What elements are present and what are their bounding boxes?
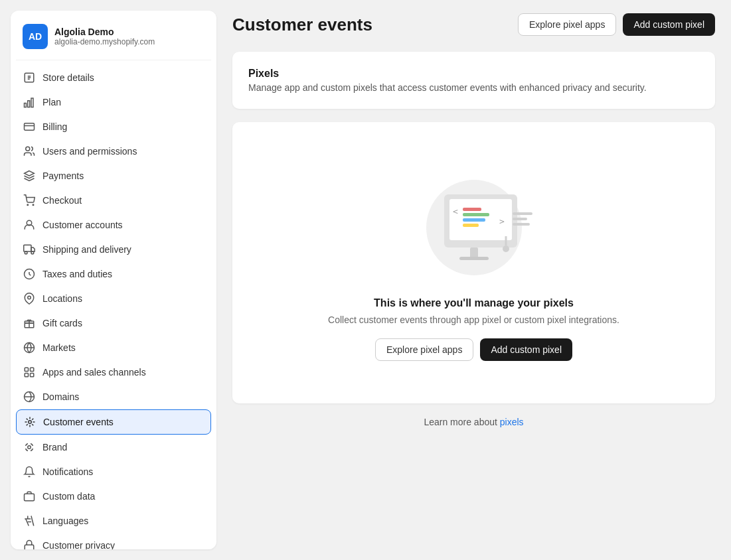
svg-rect-17 (31, 368, 34, 371)
sidebar-item-label: Customer events (43, 417, 114, 427)
empty-state-title: This is where you'll manage your pixels (374, 297, 574, 309)
store-avatar: AD (23, 24, 48, 49)
pixels-section: Pixels Manage app and custom pixels that… (232, 52, 715, 109)
explore-pixel-apps-button[interactable]: Explore pixel apps (518, 13, 616, 36)
sidebar-item-users-permissions[interactable]: Users and permissions (16, 139, 211, 163)
sidebar-item-languages[interactable]: Languages (16, 509, 211, 533)
add-custom-pixel-header-button[interactable]: Add custom pixel (623, 13, 715, 36)
sidebar-item-gift-cards[interactable]: Gift cards (16, 311, 211, 335)
privacy-icon (23, 539, 36, 549)
sidebar-item-taxes-duties[interactable]: Taxes and duties (16, 262, 211, 286)
sidebar-item-label: Apps and sales channels (42, 367, 146, 378)
languages-icon (23, 514, 36, 527)
sidebar-item-label: Shipping and delivery (42, 244, 131, 255)
svg-point-22 (28, 446, 31, 449)
notifications-icon (23, 465, 36, 478)
store-details-icon (23, 71, 36, 84)
sidebar-item-customer-events[interactable]: Customer events (16, 409, 211, 435)
brand-icon (23, 441, 36, 454)
svg-rect-41 (513, 218, 527, 220)
svg-rect-3 (31, 98, 33, 107)
sidebar-item-label: Domains (42, 391, 79, 402)
sidebar-item-checkout[interactable]: Checkout (16, 188, 211, 212)
svg-rect-42 (513, 223, 530, 226)
svg-point-21 (29, 421, 32, 424)
svg-rect-38 (470, 247, 478, 258)
svg-text:<: < (453, 206, 458, 216)
sidebar-item-label: Notifications (42, 466, 93, 477)
store-header[interactable]: AD Algolia Demo algolia-demo.myshopify.c… (16, 19, 211, 60)
pixels-section-desc: Manage app and custom pixels that access… (248, 82, 699, 93)
customer-accounts-icon (23, 218, 36, 232)
svg-point-5 (26, 147, 30, 151)
svg-rect-9 (24, 245, 31, 251)
empty-state-desc: Collect customer events through app pixe… (328, 315, 619, 325)
pixels-illustration: < > (408, 165, 540, 284)
svg-rect-19 (31, 374, 34, 377)
svg-rect-2 (28, 101, 30, 107)
sidebar-item-store-details[interactable]: Store details (16, 66, 211, 90)
sidebar-item-brand[interactable]: Brand (16, 435, 211, 459)
sidebar-item-plan[interactable]: Plan (16, 90, 211, 114)
sidebar-item-label: Plan (42, 97, 61, 107)
svg-text:>: > (499, 216, 505, 226)
sidebar-item-label: Locations (42, 293, 82, 304)
plan-icon (23, 96, 36, 109)
sidebar-item-custom-data[interactable]: Custom data (16, 484, 211, 508)
sidebar-item-label: Customer accounts (42, 220, 123, 230)
svg-point-12 (28, 296, 31, 299)
pixels-link[interactable]: pixels (500, 417, 524, 427)
custom-data-icon (23, 490, 36, 503)
sidebar-item-label: Markets (42, 342, 76, 353)
svg-point-10 (25, 251, 27, 254)
svg-point-43 (503, 245, 509, 252)
empty-state-card: < > (232, 122, 715, 403)
store-name: Algolia Demo (54, 27, 155, 37)
sidebar-item-markets[interactable]: Markets (16, 336, 211, 360)
shipping-icon (23, 243, 36, 256)
sidebar-item-domains[interactable]: Domains (16, 385, 211, 409)
sidebar-item-label: Languages (42, 516, 88, 526)
sidebar-item-label: Store details (42, 72, 94, 83)
svg-rect-33 (463, 218, 485, 222)
empty-state: < > (248, 138, 699, 387)
sidebar-item-apps-sales-channels[interactable]: Apps and sales channels (16, 360, 211, 384)
sidebar-item-notifications[interactable]: Notifications (16, 460, 211, 484)
svg-rect-16 (25, 368, 28, 371)
sidebar-item-label: Customer privacy (42, 540, 115, 549)
sidebar-item-customer-privacy[interactable]: Customer privacy (16, 533, 211, 549)
svg-rect-34 (463, 224, 479, 227)
svg-rect-31 (463, 208, 481, 211)
svg-rect-24 (25, 545, 34, 549)
taxes-icon (23, 267, 36, 281)
header-actions: Explore pixel apps Add custom pixel (518, 13, 715, 36)
sidebar-item-billing[interactable]: Billing (16, 115, 211, 139)
page-title: Customer events (232, 15, 372, 35)
pixels-section-title: Pixels (248, 68, 699, 80)
store-info: Algolia Demo algolia-demo.myshopify.com (54, 27, 155, 46)
billing-icon (23, 120, 36, 133)
sidebar-item-payments[interactable]: Payments (16, 164, 211, 188)
sidebar-item-label: Taxes and duties (42, 269, 112, 279)
svg-point-7 (33, 204, 34, 206)
sidebar-item-locations[interactable]: Locations (16, 287, 211, 311)
sidebar-item-label: Billing (42, 121, 67, 132)
svg-point-11 (31, 251, 34, 254)
explore-pixel-apps-inline-button[interactable]: Explore pixel apps (375, 338, 473, 361)
sidebar-item-customer-accounts[interactable]: Customer accounts (16, 213, 211, 237)
svg-rect-1 (25, 104, 27, 107)
sidebar-item-label: Brand (42, 442, 67, 453)
svg-rect-23 (25, 494, 35, 501)
learn-more-text: Learn more about (424, 417, 499, 427)
sidebar-item-label: Checkout (42, 195, 82, 206)
sidebar-item-shipping-delivery[interactable]: Shipping and delivery (16, 238, 211, 261)
checkout-icon (23, 194, 36, 207)
sidebar-item-label: Payments (42, 171, 84, 181)
payments-icon (23, 169, 36, 182)
svg-point-6 (27, 204, 29, 206)
add-custom-pixel-inline-button[interactable]: Add custom pixel (480, 338, 572, 361)
locations-icon (23, 292, 36, 305)
markets-icon (23, 341, 36, 354)
sidebar-item-label: Gift cards (42, 318, 82, 328)
svg-rect-4 (25, 123, 35, 131)
